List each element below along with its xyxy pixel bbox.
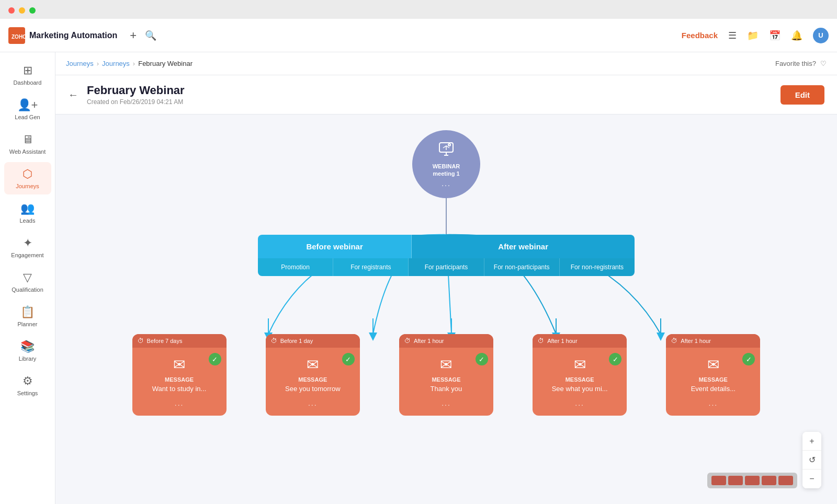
diagram: WEBINAR meeting 1 ... Before webinar Aft… — [106, 130, 786, 504]
message-card-1[interactable]: ⏱ Before 1 day ✓ ✉ MESSAGE See you tomor… — [266, 334, 360, 416]
heart-icon[interactable]: ♡ — [820, 60, 827, 67]
card-name-4: Event details... — [691, 385, 736, 394]
message-card-4[interactable]: ⏱ After 1 hour ✓ ✉ MESSAGE Event details… — [666, 334, 760, 416]
maximize-btn[interactable] — [29, 7, 36, 14]
breadcrumb-current: February Webinar — [138, 60, 193, 67]
message-card-3[interactable]: ⏱ After 1 hour ✓ ✉ MESSAGE See what you … — [533, 334, 627, 416]
card-timer-1: ⏱ Before 1 day — [266, 334, 360, 348]
list-view-icon[interactable]: ☰ — [728, 30, 737, 41]
start-node[interactable]: WEBINAR meeting 1 ... — [412, 130, 480, 198]
edit-button[interactable]: Edit — [781, 85, 824, 105]
page-header-left: ← February Webinar Created on Feb/26/201… — [68, 84, 185, 106]
card-timer-4: ⏱ After 1 hour — [666, 334, 760, 348]
brand-label: Marketing Automation — [29, 31, 117, 40]
after-webinar-header: After webinar — [412, 235, 635, 258]
back-button[interactable]: ← — [68, 89, 78, 101]
topbar-right: Feedback ☰ 📁 📅 🔔 U — [682, 28, 829, 43]
breadcrumb-bar: Journeys › Journeys › February Webinar F… — [55, 52, 837, 75]
branch-sub-participants: For participants — [409, 258, 484, 276]
breadcrumb-journeys-1[interactable]: Journeys — [66, 60, 94, 67]
leads-icon: 👥 — [20, 202, 35, 215]
message-card-0[interactable]: ⏱ Before 7 days ✓ ✉ MESSAGE Want to stud… — [132, 334, 227, 416]
breadcrumb: Journeys › Journeys › February Webinar — [66, 60, 193, 67]
card-type-1: MESSAGE — [298, 376, 327, 383]
card-timer-3: ⏱ After 1 hour — [533, 334, 627, 348]
branch-sub-non-registrants: For non-registrants — [560, 258, 635, 276]
sidebar-label-web-assistant: Web Assistant — [9, 148, 46, 155]
add-button[interactable]: + — [130, 29, 137, 42]
card-body-3: ✓ ✉ MESSAGE See what you mi... ... — [533, 348, 627, 416]
thumb-4 — [762, 476, 776, 485]
web-assistant-icon: 🖥 — [22, 133, 33, 146]
card-body-2: ✓ ✉ MESSAGE Thank you ... — [399, 348, 493, 416]
sidebar-label-leads: Leads — [20, 217, 36, 224]
zoom-in-button[interactable]: + — [802, 432, 821, 451]
sidebar-item-engagement[interactable]: ✦ Engagement — [4, 231, 51, 264]
sidebar-item-dashboard[interactable]: ⊞ Dashboard — [4, 59, 51, 91]
sidebar: ⊞ Dashboard 👤+ Lead Gen 🖥 Web Assistant … — [0, 52, 55, 504]
card-check-3: ✓ — [609, 353, 621, 365]
sidebar-item-journeys[interactable]: ⬡ Journeys — [4, 162, 51, 194]
sidebar-item-library[interactable]: 📚 Library — [4, 335, 51, 367]
search-button[interactable]: 🔍 — [145, 30, 156, 41]
settings-icon: ⚙ — [22, 374, 33, 388]
branch-table: Before webinar After webinar Promotion F… — [258, 235, 635, 276]
mail-icon-3: ✉ — [574, 356, 586, 373]
reset-zoom-button[interactable]: ↺ — [802, 451, 821, 469]
start-node-dots: ... — [442, 179, 451, 188]
timer-icon-2: ⏱ — [404, 337, 411, 345]
card-check-0: ✓ — [209, 353, 221, 365]
close-btn[interactable] — [8, 7, 15, 14]
card-body-0: ✓ ✉ MESSAGE Want to study in... ... — [132, 348, 227, 416]
card-body-4: ✓ ✉ MESSAGE Event details... ... — [666, 348, 760, 416]
page-subtitle: Created on Feb/26/2019 04:21 AM — [87, 98, 185, 106]
feedback-button[interactable]: Feedback — [682, 31, 718, 40]
user-avatar[interactable]: U — [813, 28, 829, 43]
page-header: ← February Webinar Created on Feb/26/201… — [55, 75, 837, 114]
card-check-2: ✓ — [476, 353, 488, 365]
breadcrumb-sep-2: › — [133, 60, 135, 67]
thumbnail-strip — [707, 473, 797, 488]
sidebar-label-library: Library — [19, 356, 37, 362]
card-dots-1: ... — [308, 399, 318, 407]
content-area: Journeys › Journeys › February Webinar F… — [55, 52, 837, 504]
mail-icon-4: ✉ — [707, 356, 719, 373]
sidebar-item-lead-gen[interactable]: 👤+ Lead Gen — [4, 93, 51, 125]
breadcrumb-journeys-2[interactable]: Journeys — [102, 60, 130, 67]
sidebar-label-dashboard: Dashboard — [14, 79, 42, 86]
message-card-2[interactable]: ⏱ After 1 hour ✓ ✉ MESSAGE Thank you ... — [399, 334, 493, 416]
mail-icon-0: ✉ — [173, 356, 185, 373]
folder-icon[interactable]: 📁 — [747, 30, 759, 41]
favorite-area: Favorite this? ♡ — [775, 60, 827, 67]
lead-gen-icon: 👤+ — [17, 98, 38, 112]
minimize-btn[interactable] — [19, 7, 25, 14]
sidebar-item-leads[interactable]: 👥 Leads — [4, 197, 51, 229]
zoom-out-button[interactable]: − — [802, 469, 821, 488]
thumb-3 — [745, 476, 760, 485]
journey-canvas[interactable]: WEBINAR meeting 1 ... Before webinar Aft… — [55, 114, 837, 504]
zoom-controls: + ↺ − — [802, 432, 821, 488]
cards-row: ⏱ Before 7 days ✓ ✉ MESSAGE Want to stud… — [106, 334, 786, 416]
bell-icon[interactable]: 🔔 — [791, 30, 802, 41]
sidebar-item-settings[interactable]: ⚙ Settings — [4, 369, 51, 402]
sidebar-item-planner[interactable]: 📋 Planner — [4, 300, 51, 333]
favorite-label: Favorite this? — [775, 60, 816, 67]
library-icon: 📚 — [20, 340, 35, 353]
branch-sub-registrants: For registrants — [333, 258, 409, 276]
mail-icon-1: ✉ — [307, 356, 319, 373]
card-name-1: See you tomorrow — [285, 385, 341, 394]
sidebar-label-journeys: Journeys — [16, 183, 39, 189]
sidebar-label-qualification: Qualification — [12, 287, 43, 293]
brand-logo: ZOHO Marketing Automation — [8, 27, 117, 44]
calendar-icon[interactable]: 📅 — [769, 30, 781, 41]
card-type-3: MESSAGE — [565, 376, 594, 383]
sidebar-label-engagement: Engagement — [11, 252, 43, 258]
topbar: ZOHO Marketing Automation + 🔍 Feedback ☰… — [0, 19, 837, 52]
page-title-block: February Webinar Created on Feb/26/2019 … — [87, 84, 185, 106]
sidebar-item-web-assistant[interactable]: 🖥 Web Assistant — [4, 128, 51, 160]
card-dots-4: ... — [709, 399, 718, 407]
card-name-0: Want to study in... — [152, 385, 207, 394]
sidebar-label-planner: Planner — [18, 321, 38, 327]
sidebar-item-qualification[interactable]: ▽ Qualification — [4, 266, 51, 298]
planner-icon: 📋 — [20, 305, 35, 319]
